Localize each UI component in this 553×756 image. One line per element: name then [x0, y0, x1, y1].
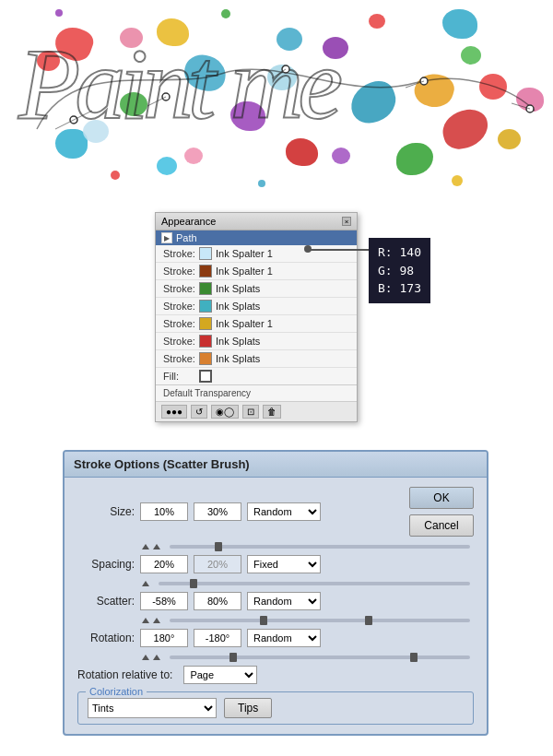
stroke-label-6: Stroke: [163, 353, 195, 364]
rotation-relative-row: Rotation relative to: Page Path [77, 666, 474, 684]
scatter-input-1[interactable] [140, 592, 188, 610]
stroke-text-3: Ink Splats [216, 301, 260, 312]
toolbar-btn-3[interactable]: ⊡ [242, 405, 259, 419]
scatter-input-2[interactable] [194, 592, 241, 610]
rotation-input-1[interactable] [140, 629, 188, 647]
colorization-dropdown[interactable]: Tints Tints and Shades Hue Shift None [88, 698, 217, 718]
spacing-input-2[interactable] [194, 555, 241, 573]
g-label: G: [378, 264, 393, 278]
r-label: R: [378, 245, 393, 259]
default-transparency: Default Transparency [156, 384, 357, 401]
rotation-input-2[interactable] [194, 629, 241, 647]
size-slider-track[interactable] [170, 545, 470, 549]
g-value: 98 [399, 264, 414, 278]
panel-path-row: ▶ Path [156, 230, 357, 245]
size-row: Size: Random Fixed Pressure OK Cancel [77, 487, 474, 537]
scatter-slider-track[interactable] [170, 619, 470, 622]
spacing-slider-up-arrow [142, 581, 149, 586]
stroke-text-1: Ink Spalter 1 [216, 266, 273, 277]
ok-cancel-group: OK Cancel [409, 487, 474, 537]
stroke-text-2: Ink Splats [216, 283, 260, 294]
fill-row[interactable]: Fill: [156, 368, 357, 384]
stroke-row-3[interactable]: Stroke: Ink Splats [156, 298, 357, 315]
size-input-2[interactable] [194, 502, 241, 521]
toolbar-btn-4[interactable]: 🗑 [263, 405, 281, 419]
spacing-dropdown[interactable]: Fixed Random Pressure [247, 555, 321, 573]
toolbar-btn-2[interactable]: ◉◯ [211, 405, 239, 419]
scatter-slider-row [77, 618, 474, 623]
cancel-button[interactable]: Cancel [409, 514, 474, 537]
toolbar-btn-1[interactable]: ↺ [191, 405, 207, 419]
rotation-relative-label: Rotation relative to: [77, 668, 172, 681]
scatter-slider-up-arrow2 [153, 618, 160, 623]
rotation-slider-up-arrow2 [153, 655, 160, 660]
rotation-slider-track[interactable] [170, 656, 470, 659]
toolbar-btn-0[interactable]: ●●● [161, 405, 187, 419]
rotation-label: Rotation: [77, 632, 135, 644]
stroke-row-1[interactable]: Stroke: Ink Spalter 1 [156, 263, 357, 280]
scatter-dropdown[interactable]: Random Fixed Pressure [247, 592, 321, 610]
rotation-row: Rotation: Random Fixed Pressure [77, 629, 474, 647]
rotation-slider-thumb2[interactable] [410, 653, 418, 662]
spacing-slider-thumb[interactable] [190, 579, 197, 588]
spacing-slider-track[interactable] [159, 582, 470, 585]
size-slider-up-arrow2 [153, 544, 160, 549]
path-label: Path [176, 232, 197, 243]
spacing-slider-row [77, 581, 474, 586]
rgb-r-row: R: 140 [378, 243, 421, 262]
stroke-label-1: Stroke: [163, 266, 195, 277]
so-title: Stroke Options (Scatter Brush) [65, 452, 487, 478]
path-icon: ▶ [161, 232, 172, 243]
rotation-slider-thumb[interactable] [229, 653, 237, 662]
swatch-2 [199, 282, 212, 295]
stroke-label-5: Stroke: [163, 336, 195, 347]
size-slider-up-arrow [142, 544, 149, 549]
r-value: 140 [399, 245, 420, 259]
swatch-6 [199, 352, 212, 365]
size-slider-thumb[interactable] [215, 542, 222, 551]
stroke-text-6: Ink Splats [216, 353, 260, 364]
stroke-row-4[interactable]: Stroke: Ink Spalter 1 [156, 315, 357, 333]
rgb-tooltip: R: 140 G: 98 B: 173 [369, 238, 430, 303]
spacing-row: Spacing: Fixed Random Pressure [77, 555, 474, 573]
rotation-dropdown[interactable]: Random Fixed Pressure [247, 629, 321, 647]
tips-button[interactable]: Tips [224, 698, 272, 718]
so-body: Size: Random Fixed Pressure OK Cancel [65, 478, 487, 734]
scatter-slider-thumb2[interactable] [365, 616, 372, 625]
stroke-row-0[interactable]: Stroke: Ink Spalter 1 [156, 245, 357, 263]
colorization-legend: Colorization [86, 686, 147, 697]
spacing-input-1[interactable] [140, 555, 188, 573]
stroke-label-3: Stroke: [163, 301, 195, 312]
colorization-group: Colorization Tints Tints and Shades Hue … [77, 691, 474, 725]
rotation-relative-dropdown[interactable]: Page Path [183, 666, 257, 684]
stroke-row-5[interactable]: Stroke: Ink Splats [156, 333, 357, 350]
panel-toolbar-row: ●●● ↺ ◉◯ ⊡ 🗑 [156, 401, 357, 421]
swatch-5 [199, 335, 212, 348]
scatter-slider-thumb[interactable] [260, 616, 267, 625]
stroke-row-6[interactable]: Stroke: Ink Splats [156, 350, 357, 368]
swatch-4 [199, 317, 212, 330]
ok-button[interactable]: OK [409, 487, 474, 509]
paint-header: Paint me [0, 0, 553, 194]
rgb-b-row: B: 173 [378, 279, 421, 298]
panel-title: Appearance [161, 216, 216, 227]
scatter-slider-up-arrow [142, 618, 149, 623]
appearance-close-button[interactable]: × [342, 217, 351, 226]
fill-icon [199, 370, 212, 383]
b-label: B: [378, 281, 393, 295]
paint-text: Paint me [18, 26, 337, 143]
appearance-rows: Stroke: Ink Spalter 1 Stroke: Ink Spalte… [156, 245, 357, 401]
colorization-row: Tints Tints and Shades Hue Shift None Ti… [88, 698, 464, 718]
connector-line [309, 249, 373, 251]
swatch-0 [199, 247, 212, 260]
stroke-text-5: Ink Splats [216, 336, 260, 347]
rotation-slider-up-arrow [142, 655, 149, 660]
connector-dot [304, 245, 312, 253]
fill-label: Fill: [163, 371, 195, 382]
scatter-label: Scatter: [77, 595, 135, 608]
size-dropdown[interactable]: Random Fixed Pressure [247, 502, 321, 521]
scatter-row: Scatter: Random Fixed Pressure [77, 592, 474, 610]
stroke-row-2[interactable]: Stroke: Ink Splats [156, 280, 357, 298]
size-input-1[interactable] [140, 502, 188, 521]
stroke-label-0: Stroke: [163, 248, 195, 259]
